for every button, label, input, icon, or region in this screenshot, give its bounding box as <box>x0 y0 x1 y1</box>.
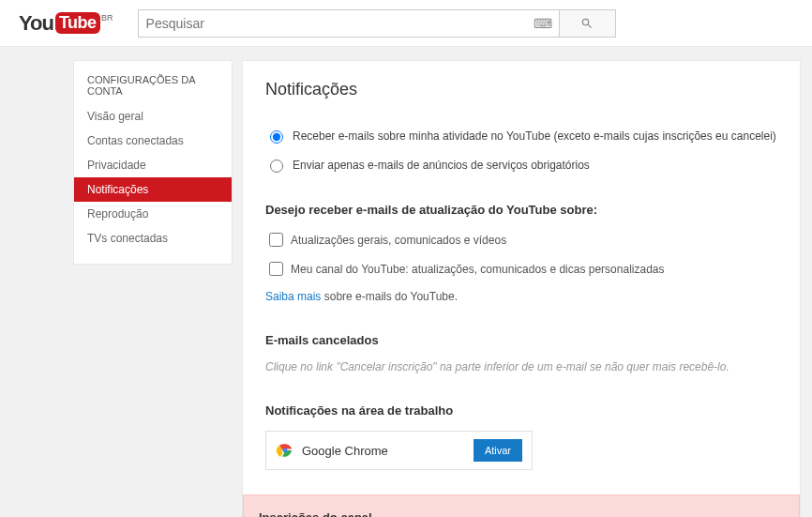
sidebar: CONFIGURAÇÕES DA CONTA Visão geral Conta… <box>73 60 233 265</box>
check-general[interactable]: Atualizações gerais, comunicados e vídeo… <box>265 230 777 250</box>
radio-activity-input[interactable] <box>270 130 283 144</box>
sidebar-item-connected[interactable]: Contas conectadas <box>74 129 232 153</box>
header: You Tube BR ⌨ <box>0 0 812 47</box>
chrome-box: Google Chrome Ativar <box>265 431 533 470</box>
main-content: Notificações Receber e-mails sobre minha… <box>242 60 801 517</box>
search-button[interactable] <box>560 9 616 38</box>
keyboard-icon[interactable]: ⌨ <box>534 16 552 31</box>
logo-tube: Tube <box>55 12 100 34</box>
desktop-heading: Notificações na área de trabalho <box>265 403 777 418</box>
sidebar-item-tvs[interactable]: TVs conectadas <box>74 226 232 251</box>
sidebar-item-notifications[interactable]: Notificações <box>74 177 232 202</box>
activate-button[interactable]: Ativar <box>474 439 522 462</box>
youtube-logo[interactable]: You Tube BR <box>19 11 100 36</box>
radio-mandatory[interactable]: Enviar apenas e-mails de anúncios de ser… <box>265 157 777 173</box>
sidebar-item-overview[interactable]: Visão geral <box>74 104 232 129</box>
check-channel[interactable]: Meu canal do YouTube: atualizações, comu… <box>265 259 777 279</box>
chrome-icon <box>276 441 294 460</box>
cancelled-heading: E-mails cancelados <box>265 333 777 347</box>
logo-region: BR <box>101 13 113 23</box>
search-input[interactable] <box>138 9 560 38</box>
updates-heading: Desejo receber e-mails de atualização do… <box>265 203 777 217</box>
learn-more-link[interactable]: Saiba mais <box>265 290 321 303</box>
radio-activity[interactable]: Receber e-mails sobre minha atividade no… <box>265 128 777 144</box>
check-channel-input[interactable] <box>269 262 283 276</box>
subscriptions-box: Inscrições do canal Quero receber notifi… <box>243 494 800 517</box>
search-icon <box>580 17 594 30</box>
check-general-input[interactable] <box>269 233 283 247</box>
page-title: Notificações <box>265 80 777 99</box>
learn-more: Saiba mais sobre e-mails do YouTube. <box>265 290 777 303</box>
radio-mandatory-input[interactable] <box>270 160 283 173</box>
subs-heading: Inscrições do canal <box>259 510 784 517</box>
cancelled-hint: Clique no link "Cancelar inscrição" na p… <box>265 360 777 373</box>
chrome-label: Google Chrome <box>302 444 388 458</box>
logo-you: You <box>19 11 53 36</box>
sidebar-item-playback[interactable]: Reprodução <box>74 202 232 226</box>
check-general-label: Atualizações gerais, comunicados e vídeo… <box>291 234 506 247</box>
search-wrap: ⌨ <box>138 9 616 38</box>
sidebar-item-privacy[interactable]: Privacidade <box>74 153 232 177</box>
radio-activity-label: Receber e-mails sobre minha atividade no… <box>293 129 776 143</box>
learn-more-rest: sobre e-mails do YouTube. <box>321 290 458 303</box>
check-channel-label: Meu canal do YouTube: atualizações, comu… <box>291 263 664 276</box>
radio-mandatory-label: Enviar apenas e-mails de anúncios de ser… <box>293 159 590 172</box>
sidebar-title: CONFIGURAÇÕES DA CONTA <box>74 74 232 104</box>
